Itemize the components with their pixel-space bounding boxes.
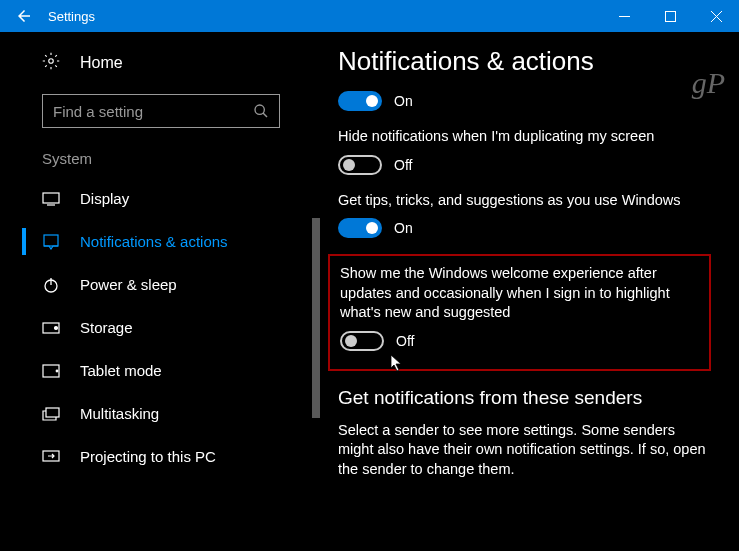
- setting-row: On: [338, 91, 711, 111]
- gear-icon: [42, 52, 60, 74]
- sidebar-item-notifications[interactable]: Notifications & actions: [0, 220, 322, 263]
- sidebar: Home System Display Notifications & acti…: [0, 32, 322, 551]
- toggle-switch[interactable]: [340, 331, 384, 351]
- nav-label: Tablet mode: [80, 362, 162, 379]
- watermark: gP: [692, 66, 725, 100]
- category-label: System: [0, 150, 322, 177]
- nav-label: Display: [80, 190, 129, 207]
- notifications-icon: [42, 234, 60, 250]
- nav-label: Projecting to this PC: [80, 448, 216, 465]
- search-box[interactable]: [42, 94, 280, 128]
- toggle-switch[interactable]: [338, 91, 382, 111]
- minimize-button[interactable]: [601, 0, 647, 32]
- svg-point-2: [49, 59, 54, 64]
- sidebar-item-storage[interactable]: Storage: [0, 306, 322, 349]
- projecting-icon: [42, 450, 60, 464]
- sidebar-item-display[interactable]: Display: [0, 177, 322, 220]
- page-title: Notifications & actions: [338, 46, 711, 77]
- scroll-thumb[interactable]: [312, 218, 320, 418]
- toggle-state: On: [394, 93, 413, 109]
- setting-row: Hide notifications when I'm duplicating …: [338, 127, 711, 175]
- toggle-state: On: [394, 220, 413, 236]
- cursor-icon: [390, 354, 404, 372]
- search-icon: [253, 103, 269, 119]
- multitasking-icon: [42, 407, 60, 421]
- nav-label: Power & sleep: [80, 276, 177, 293]
- svg-rect-7: [44, 235, 58, 246]
- window-title: Settings: [48, 9, 601, 24]
- main-content: gP Notifications & actions On Hide notif…: [322, 32, 739, 551]
- highlighted-setting: Show me the Windows welcome experience a…: [328, 254, 711, 371]
- setting-desc: Hide notifications when I'm duplicating …: [338, 127, 711, 147]
- sidebar-item-projecting[interactable]: Projecting to this PC: [0, 435, 322, 478]
- svg-point-13: [56, 370, 58, 372]
- svg-rect-1: [665, 11, 675, 21]
- titlebar: Settings: [0, 0, 739, 32]
- home-label: Home: [80, 54, 123, 72]
- sidebar-item-tablet[interactable]: Tablet mode: [0, 349, 322, 392]
- storage-icon: [42, 322, 60, 334]
- tablet-icon: [42, 364, 60, 378]
- arrow-left-icon: [15, 7, 33, 25]
- svg-rect-0: [619, 16, 630, 17]
- sidebar-item-power[interactable]: Power & sleep: [0, 263, 322, 306]
- svg-point-11: [55, 326, 58, 329]
- nav-label: Storage: [80, 319, 133, 336]
- power-icon: [42, 277, 60, 293]
- maximize-button[interactable]: [647, 0, 693, 32]
- sub-desc: Select a sender to see more settings. So…: [338, 421, 711, 480]
- window-controls: [601, 0, 739, 32]
- toggle-state: Off: [396, 333, 414, 349]
- close-button[interactable]: [693, 0, 739, 32]
- nav-label: Multitasking: [80, 405, 159, 422]
- toggle-switch[interactable]: [338, 218, 382, 238]
- svg-point-3: [255, 105, 264, 114]
- maximize-icon: [665, 11, 676, 22]
- toggle-switch[interactable]: [338, 155, 382, 175]
- toggle-state: Off: [394, 157, 412, 173]
- minimize-icon: [619, 16, 630, 17]
- setting-desc: Show me the Windows welcome experience a…: [340, 264, 699, 323]
- sidebar-scrollbar[interactable]: [312, 218, 320, 551]
- nav-list: Display Notifications & actions Power & …: [0, 177, 322, 478]
- sub-heading: Get notifications from these senders: [338, 387, 711, 409]
- svg-line-4: [263, 113, 267, 117]
- setting-desc: Get tips, tricks, and suggestions as you…: [338, 191, 711, 211]
- search-input[interactable]: [53, 103, 253, 120]
- sidebar-item-multitasking[interactable]: Multitasking: [0, 392, 322, 435]
- setting-row: Get tips, tricks, and suggestions as you…: [338, 191, 711, 239]
- back-button[interactable]: [0, 0, 48, 32]
- home-link[interactable]: Home: [0, 46, 322, 80]
- display-icon: [42, 192, 60, 206]
- close-icon: [711, 11, 722, 22]
- nav-label: Notifications & actions: [80, 233, 228, 250]
- svg-rect-14: [46, 408, 59, 417]
- svg-rect-5: [43, 193, 59, 203]
